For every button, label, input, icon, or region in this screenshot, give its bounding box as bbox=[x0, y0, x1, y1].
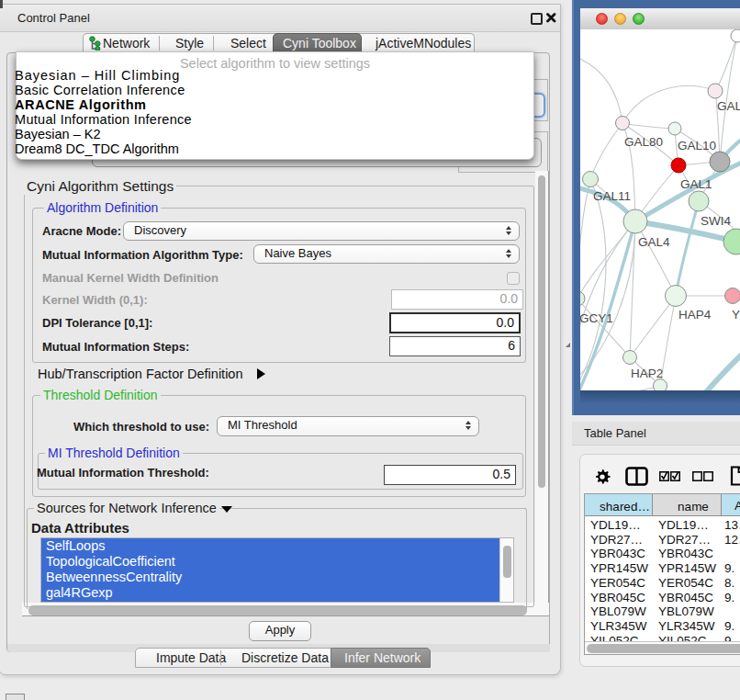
svg-text:GAL80: GAL80 bbox=[624, 135, 663, 149]
svg-text:GAL8: GAL8 bbox=[717, 99, 740, 113]
svg-text:GAL10: GAL10 bbox=[678, 139, 716, 152]
svg-text:GAL4: GAL4 bbox=[638, 235, 670, 249]
svg-text:Y: Y bbox=[732, 308, 740, 322]
svg-text:GAL1: GAL1 bbox=[680, 177, 712, 191]
svg-text:GAL11: GAL11 bbox=[593, 189, 631, 203]
svg-text:HAP2: HAP2 bbox=[631, 367, 663, 380]
svg-text:GCY1: GCY1 bbox=[580, 311, 613, 325]
svg-text:SWI4: SWI4 bbox=[701, 214, 731, 228]
svg-text:HAP4: HAP4 bbox=[678, 308, 712, 322]
